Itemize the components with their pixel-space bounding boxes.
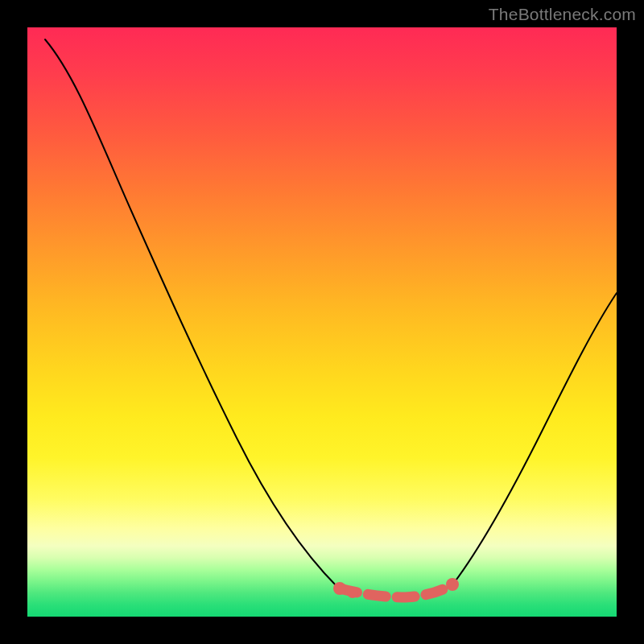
curve-left [45, 39, 337, 587]
watermark-text: TheBottleneck.com [489, 5, 636, 24]
curve-right [454, 293, 617, 583]
plot-area [27, 27, 617, 617]
chart-svg [27, 27, 617, 617]
chart-frame: TheBottleneck.com [0, 0, 644, 644]
flat-zone-dot-right [446, 578, 459, 591]
flat-zone-dot-left-2 [347, 587, 358, 598]
flat-zone-dot-left [333, 582, 346, 595]
